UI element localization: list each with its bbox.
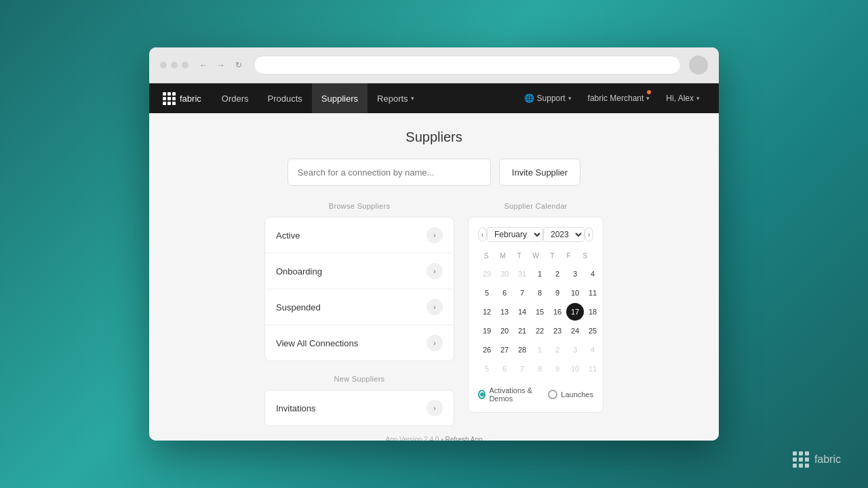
cal-day-4-6[interactable]: 4 xyxy=(584,341,601,359)
traffic-light-close[interactable] xyxy=(160,62,167,68)
right-column: Supplier Calendar ‹ February 2023 › xyxy=(468,202,604,426)
supplier-calendar-label: Supplier Calendar xyxy=(468,202,604,210)
refresh-button[interactable]: ↻ xyxy=(232,58,245,72)
cal-day-2-5[interactable]: 17 xyxy=(566,303,584,321)
calendar-month-select[interactable]: February xyxy=(487,227,543,242)
nav-right: 🌐 Support ▾ fabric Merchant ▾ Hi, Alex ▾ xyxy=(519,83,705,113)
cal-day-3-5[interactable]: 24 xyxy=(566,322,584,340)
cal-day-1-6[interactable]: 11 xyxy=(584,284,601,302)
supplier-item-active[interactable]: Active › xyxy=(265,218,454,253)
cal-day-0-0[interactable]: 29 xyxy=(478,265,496,283)
logo-text: fabric xyxy=(180,94,201,104)
supplier-item-view-all[interactable]: View All Connections › xyxy=(265,325,454,361)
cal-day-5-2[interactable]: 7 xyxy=(513,360,531,378)
support-container: 🌐 Support ▾ xyxy=(519,83,577,113)
cal-day-1-3[interactable]: 8 xyxy=(531,284,549,302)
cal-day-3-4[interactable]: 23 xyxy=(549,322,566,340)
forward-button[interactable]: → xyxy=(214,58,228,72)
nav-logo[interactable]: fabric xyxy=(163,92,201,105)
cal-day-0-1[interactable]: 30 xyxy=(496,265,513,283)
cal-week-4: 2627281234 xyxy=(478,340,593,359)
footer: App Version 2.4.0 • Refresh App © 2023 f… xyxy=(165,426,703,441)
browse-suppliers-list: Active › Onboarding › Suspended › View A… xyxy=(264,217,454,361)
traffic-light-minimize[interactable] xyxy=(171,62,178,68)
cal-day-0-2[interactable]: 31 xyxy=(513,265,531,283)
cal-day-0-6[interactable]: 4 xyxy=(584,265,601,283)
new-suppliers-list: Invitations › xyxy=(264,390,454,426)
cal-day-5-0[interactable]: 5 xyxy=(478,360,496,378)
cal-day-5-6[interactable]: 11 xyxy=(584,360,601,378)
cal-day-3-3[interactable]: 22 xyxy=(531,322,549,340)
day-header-s2: S xyxy=(577,250,593,262)
supplier-item-suspended[interactable]: Suspended › xyxy=(265,289,454,325)
support-menu[interactable]: 🌐 Support ▾ xyxy=(519,83,577,113)
cal-day-4-4[interactable]: 2 xyxy=(549,341,566,359)
merchant-container: fabric Merchant ▾ xyxy=(583,83,656,113)
back-button[interactable]: ← xyxy=(197,58,210,72)
cal-day-1-5[interactable]: 10 xyxy=(566,284,584,302)
cal-day-5-1[interactable]: 6 xyxy=(496,360,513,378)
cal-week-2: 12131415161718 xyxy=(478,302,593,321)
legend-launches[interactable]: Launches xyxy=(548,390,593,399)
cal-day-0-3[interactable]: 1 xyxy=(531,265,549,283)
traffic-lights xyxy=(160,62,189,68)
merchant-chevron-icon: ▾ xyxy=(646,95,650,102)
browser-avatar xyxy=(689,56,708,75)
fabric-merchant-menu[interactable]: fabric Merchant ▾ xyxy=(583,83,656,113)
cal-day-5-3[interactable]: 8 xyxy=(531,360,549,378)
url-bar[interactable] xyxy=(254,56,681,75)
day-header-t2: T xyxy=(544,250,560,262)
cal-week-0: 2930311234 xyxy=(478,264,593,283)
cal-day-4-2[interactable]: 28 xyxy=(513,341,531,359)
cal-day-4-0[interactable]: 26 xyxy=(478,341,496,359)
traffic-light-maximize[interactable] xyxy=(182,62,189,68)
onboarding-arrow-icon: › xyxy=(427,263,443,279)
cal-day-3-1[interactable]: 20 xyxy=(496,322,513,340)
cal-day-4-3[interactable]: 1 xyxy=(531,341,549,359)
cal-day-3-6[interactable]: 25 xyxy=(584,322,601,340)
cal-day-0-4[interactable]: 2 xyxy=(549,265,566,283)
activations-radio[interactable] xyxy=(478,390,486,399)
cal-day-2-1[interactable]: 13 xyxy=(496,303,513,321)
cal-day-4-5[interactable]: 3 xyxy=(566,341,584,359)
nav-item-orders[interactable]: Orders xyxy=(212,83,258,113)
refresh-app-link[interactable]: Refresh App xyxy=(445,436,482,441)
cal-day-5-4[interactable]: 9 xyxy=(549,360,566,378)
cal-day-2-4[interactable]: 16 xyxy=(549,303,566,321)
cal-day-4-1[interactable]: 27 xyxy=(496,341,513,359)
bottom-fabric-logo: fabric xyxy=(793,451,841,468)
user-menu[interactable]: Hi, Alex ▾ xyxy=(660,83,705,113)
nav-item-suppliers[interactable]: Suppliers xyxy=(312,83,368,113)
invite-supplier-button[interactable]: Invite Supplier xyxy=(499,159,580,186)
day-header-t1: T xyxy=(511,250,528,262)
calendar-prev-button[interactable]: ‹ xyxy=(478,227,487,242)
nav-item-reports[interactable]: Reports ▾ xyxy=(368,83,424,113)
launches-radio[interactable] xyxy=(548,390,557,399)
calendar-next-button[interactable]: › xyxy=(585,227,593,242)
cal-day-2-0[interactable]: 12 xyxy=(478,303,496,321)
cal-day-1-1[interactable]: 6 xyxy=(496,284,513,302)
nav-buttons: ← → ↻ xyxy=(197,58,245,72)
nav-item-products[interactable]: Products xyxy=(258,83,312,113)
invitations-arrow-icon: › xyxy=(427,400,443,416)
legend-activations[interactable]: Activations & Demos xyxy=(478,386,540,403)
cal-day-2-6[interactable]: 18 xyxy=(584,303,601,321)
supplier-item-invitations[interactable]: Invitations › xyxy=(265,390,454,426)
cal-week-1: 567891011 xyxy=(478,283,593,302)
cal-day-1-2[interactable]: 7 xyxy=(513,284,531,302)
cal-day-5-5[interactable]: 10 xyxy=(566,360,584,378)
search-input[interactable] xyxy=(288,159,491,186)
calendar-year-select[interactable]: 2023 xyxy=(543,227,585,242)
cal-day-2-3[interactable]: 15 xyxy=(531,303,549,321)
cal-day-1-4[interactable]: 9 xyxy=(549,284,566,302)
day-header-f: F xyxy=(560,250,576,262)
cal-day-3-2[interactable]: 21 xyxy=(513,322,531,340)
supplier-item-onboarding[interactable]: Onboarding › xyxy=(265,253,454,289)
cal-day-2-2[interactable]: 14 xyxy=(513,303,531,321)
cal-day-1-0[interactable]: 5 xyxy=(478,284,496,302)
new-suppliers-label: New Suppliers xyxy=(264,375,454,383)
cal-day-3-0[interactable]: 19 xyxy=(478,322,496,340)
active-arrow-icon: › xyxy=(427,227,443,243)
day-header-m: M xyxy=(494,250,511,262)
cal-day-0-5[interactable]: 3 xyxy=(566,265,584,283)
